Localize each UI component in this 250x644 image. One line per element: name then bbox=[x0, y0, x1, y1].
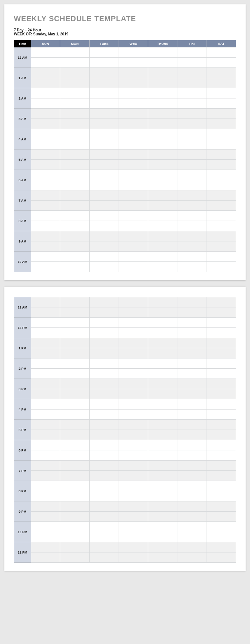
schedule-cell[interactable] bbox=[60, 512, 89, 522]
schedule-cell[interactable] bbox=[148, 201, 177, 211]
schedule-cell[interactable] bbox=[119, 78, 148, 88]
schedule-cell[interactable] bbox=[60, 532, 89, 542]
schedule-cell[interactable] bbox=[60, 420, 89, 430]
schedule-cell[interactable] bbox=[177, 501, 207, 512]
schedule-cell[interactable] bbox=[119, 491, 148, 501]
schedule-cell[interactable] bbox=[148, 328, 177, 338]
schedule-cell[interactable] bbox=[207, 552, 236, 563]
schedule-cell[interactable] bbox=[207, 348, 236, 358]
schedule-cell[interactable] bbox=[89, 389, 119, 399]
schedule-cell[interactable] bbox=[119, 98, 148, 109]
schedule-cell[interactable] bbox=[31, 348, 60, 358]
schedule-cell[interactable] bbox=[60, 369, 89, 379]
schedule-cell[interactable] bbox=[148, 262, 177, 272]
schedule-cell[interactable] bbox=[89, 399, 119, 410]
schedule-cell[interactable] bbox=[119, 369, 148, 379]
schedule-cell[interactable] bbox=[177, 522, 207, 532]
schedule-cell[interactable] bbox=[119, 471, 148, 481]
schedule-cell[interactable] bbox=[89, 491, 119, 501]
schedule-cell[interactable] bbox=[89, 241, 119, 252]
schedule-cell[interactable] bbox=[60, 221, 89, 231]
schedule-cell[interactable] bbox=[148, 119, 177, 129]
schedule-cell[interactable] bbox=[89, 328, 119, 338]
schedule-cell[interactable] bbox=[177, 98, 207, 109]
schedule-cell[interactable] bbox=[148, 231, 177, 241]
schedule-cell[interactable] bbox=[119, 150, 148, 160]
schedule-cell[interactable] bbox=[31, 58, 60, 68]
schedule-cell[interactable] bbox=[89, 139, 119, 150]
schedule-cell[interactable] bbox=[119, 307, 148, 318]
schedule-cell[interactable] bbox=[60, 379, 89, 389]
schedule-cell[interactable] bbox=[207, 532, 236, 542]
schedule-cell[interactable] bbox=[148, 47, 177, 58]
schedule-cell[interactable] bbox=[60, 430, 89, 440]
schedule-cell[interactable] bbox=[148, 440, 177, 450]
schedule-cell[interactable] bbox=[177, 481, 207, 491]
schedule-cell[interactable] bbox=[177, 491, 207, 501]
schedule-cell[interactable] bbox=[60, 481, 89, 491]
schedule-cell[interactable] bbox=[207, 180, 236, 190]
schedule-cell[interactable] bbox=[119, 318, 148, 328]
schedule-cell[interactable] bbox=[148, 450, 177, 461]
schedule-cell[interactable] bbox=[148, 297, 177, 307]
schedule-cell[interactable] bbox=[177, 58, 207, 68]
schedule-cell[interactable] bbox=[207, 420, 236, 430]
schedule-cell[interactable] bbox=[148, 139, 177, 150]
schedule-cell[interactable] bbox=[89, 58, 119, 68]
schedule-cell[interactable] bbox=[148, 399, 177, 410]
schedule-cell[interactable] bbox=[177, 471, 207, 481]
schedule-cell[interactable] bbox=[207, 307, 236, 318]
schedule-cell[interactable] bbox=[148, 379, 177, 389]
schedule-cell[interactable] bbox=[148, 410, 177, 420]
schedule-cell[interactable] bbox=[89, 150, 119, 160]
schedule-cell[interactable] bbox=[31, 201, 60, 211]
schedule-cell[interactable] bbox=[207, 481, 236, 491]
schedule-cell[interactable] bbox=[89, 180, 119, 190]
schedule-cell[interactable] bbox=[119, 450, 148, 461]
schedule-cell[interactable] bbox=[89, 231, 119, 241]
schedule-cell[interactable] bbox=[148, 221, 177, 231]
schedule-cell[interactable] bbox=[207, 231, 236, 241]
schedule-cell[interactable] bbox=[89, 512, 119, 522]
schedule-cell[interactable] bbox=[60, 318, 89, 328]
schedule-cell[interactable] bbox=[119, 180, 148, 190]
schedule-cell[interactable] bbox=[89, 297, 119, 307]
schedule-cell[interactable] bbox=[119, 201, 148, 211]
schedule-cell[interactable] bbox=[177, 318, 207, 328]
schedule-cell[interactable] bbox=[31, 399, 60, 410]
schedule-cell[interactable] bbox=[60, 68, 89, 78]
schedule-cell[interactable] bbox=[148, 430, 177, 440]
schedule-cell[interactable] bbox=[31, 307, 60, 318]
schedule-cell[interactable] bbox=[148, 68, 177, 78]
schedule-cell[interactable] bbox=[119, 88, 148, 98]
schedule-cell[interactable] bbox=[31, 139, 60, 150]
schedule-cell[interactable] bbox=[119, 552, 148, 563]
schedule-cell[interactable] bbox=[89, 68, 119, 78]
schedule-cell[interactable] bbox=[119, 170, 148, 180]
schedule-cell[interactable] bbox=[207, 150, 236, 160]
schedule-cell[interactable] bbox=[89, 369, 119, 379]
schedule-cell[interactable] bbox=[31, 430, 60, 440]
schedule-cell[interactable] bbox=[148, 190, 177, 201]
schedule-cell[interactable] bbox=[177, 450, 207, 461]
schedule-cell[interactable] bbox=[207, 338, 236, 348]
schedule-cell[interactable] bbox=[31, 450, 60, 461]
schedule-cell[interactable] bbox=[89, 119, 119, 129]
schedule-cell[interactable] bbox=[148, 211, 177, 221]
schedule-cell[interactable] bbox=[89, 221, 119, 231]
schedule-cell[interactable] bbox=[60, 129, 89, 139]
schedule-cell[interactable] bbox=[31, 241, 60, 252]
schedule-cell[interactable] bbox=[89, 98, 119, 109]
schedule-cell[interactable] bbox=[207, 440, 236, 450]
schedule-cell[interactable] bbox=[148, 307, 177, 318]
schedule-cell[interactable] bbox=[148, 501, 177, 512]
schedule-cell[interactable] bbox=[177, 389, 207, 399]
schedule-cell[interactable] bbox=[31, 471, 60, 481]
schedule-cell[interactable] bbox=[60, 160, 89, 170]
schedule-cell[interactable] bbox=[31, 491, 60, 501]
schedule-cell[interactable] bbox=[148, 150, 177, 160]
schedule-cell[interactable] bbox=[31, 501, 60, 512]
schedule-cell[interactable] bbox=[148, 389, 177, 399]
schedule-cell[interactable] bbox=[60, 211, 89, 221]
schedule-cell[interactable] bbox=[177, 430, 207, 440]
